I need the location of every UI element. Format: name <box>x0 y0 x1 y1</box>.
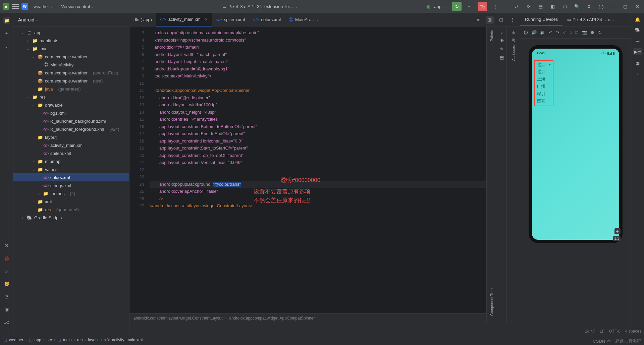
sync-icon[interactable]: ⟳ <box>525 2 533 10</box>
build-icon[interactable]: ▤ <box>537 2 545 10</box>
run-config-selector[interactable]: ▣ app⌄ <box>424 3 448 10</box>
device-manager-icon[interactable]: ▭ <box>636 38 640 43</box>
tree-node-values[interactable]: ⌄📁values <box>13 165 129 173</box>
zoom-level[interactable]: 1:1 <box>613 236 621 241</box>
project-tool-icon[interactable]: 📁 <box>3 17 10 24</box>
tab-gradle[interactable]: dle (:app) <box>129 13 156 26</box>
tree-node-gradle[interactable]: ›🐘Gradle Scripts <box>13 214 129 222</box>
overview-icon[interactable]: □ <box>576 30 578 35</box>
avd-icon[interactable]: ◧ <box>549 2 557 10</box>
debug-button[interactable]: ⌁ <box>466 2 474 10</box>
running-devices-icon[interactable]: ▶▭ <box>633 48 642 55</box>
tree-file-launcher-fg[interactable]: </>ic_launcher_foreground.xml (v24) <box>13 125 129 133</box>
spinner-item[interactable]: 深圳 <box>535 90 552 98</box>
play-tool-icon[interactable]: ▷ <box>3 268 10 274</box>
spinner-item[interactable]: 西安 <box>535 98 552 105</box>
code-icon[interactable]: ⇄ <box>513 2 521 10</box>
volume-down-icon[interactable]: 🔉 <box>540 30 545 35</box>
tab-mainactivity[interactable]: ⒸMainAc…⌄ <box>285 13 323 26</box>
palette-label[interactable]: Palette <box>490 30 494 41</box>
volume-up-icon[interactable]: 🔊 <box>531 30 537 35</box>
tree-node-drawable[interactable]: ⌄📁drawable <box>13 101 129 109</box>
spinner-item[interactable]: 广州 <box>535 83 552 90</box>
rotate-right-icon[interactable]: ↷ <box>556 30 559 35</box>
zoom-in-button[interactable]: + <box>614 228 621 234</box>
nav-item[interactable]: app <box>35 338 41 342</box>
spinner-item[interactable]: 北京 <box>535 68 552 75</box>
tree-node-mainactivity[interactable]: ⒸMainActivity <box>13 61 129 69</box>
tab-activity-main[interactable]: </>activity_main.xml× <box>156 13 212 26</box>
terminal-icon[interactable]: ▣ <box>3 306 10 312</box>
tree-node-themes[interactable]: ›📁themes (2) <box>13 189 129 197</box>
tree-file-launcher-bg[interactable]: </>ic_launcher_background.xml <box>13 117 129 125</box>
home-icon[interactable]: ○ <box>570 30 572 35</box>
git-icon[interactable]: ⎇ <box>3 319 10 325</box>
minimize-icon[interactable]: — <box>609 2 617 10</box>
eye-icon[interactable]: 👁 <box>500 38 504 43</box>
tree-file-spitem[interactable]: </>spitem.xml <box>13 149 129 157</box>
spinner-item[interactable]: 上海 <box>535 75 552 83</box>
component-tree-label[interactable]: Component Tree <box>490 288 494 316</box>
main-menu-icon[interactable] <box>12 4 19 9</box>
nav-item[interactable]: main <box>63 338 72 342</box>
tree-node-java[interactable]: ⌄📁java <box>13 45 129 53</box>
layers-icon[interactable]: ▤ <box>500 55 504 60</box>
notifications-icon[interactable]: 🔔 <box>635 17 640 22</box>
editor-more-icon[interactable]: ⋮ <box>508 16 517 24</box>
tree-node-mipmap[interactable]: ›📁mipmap <box>13 157 129 165</box>
tab-colors[interactable]: </>colors.xml <box>249 13 285 26</box>
run-button[interactable]: ↻ <box>452 2 462 11</box>
tree-node-res[interactable]: ⌄📁res <box>13 93 129 101</box>
account-icon[interactable]: ◯ <box>597 2 605 10</box>
tree-file-bg1[interactable]: </>bg1.xml <box>13 109 129 117</box>
layout-inspector-icon[interactable]: ▦ <box>636 61 640 66</box>
settings-icon[interactable]: ⚙ <box>585 2 593 10</box>
tree-node-package-androidtest[interactable]: ›📦com.example.weather (androidTest) <box>13 69 129 77</box>
more-icon[interactable]: ⋮ <box>491 2 499 10</box>
tree-file-strings[interactable]: </>strings.xml <box>13 181 129 189</box>
vcs-selector[interactable]: Version control⌄ <box>58 3 97 10</box>
expand-icon[interactable]: › <box>501 30 502 35</box>
more-tool-icon[interactable]: … <box>3 43 10 49</box>
project-panel-header[interactable]: Android ⌄ <box>13 13 129 26</box>
bug-icon[interactable]: 🐞 <box>3 255 10 262</box>
rotate-left-icon[interactable]: ↶ <box>549 30 552 35</box>
nav-item[interactable]: src <box>47 338 52 342</box>
gradle-tool-icon[interactable]: 🐘 <box>635 27 640 33</box>
emulator-screen[interactable]: 05:45 3G ▮◢ ▮ 北京▾ 北京 上海 广州 深圳 西安 <box>532 49 619 240</box>
warning-icon[interactable]: ⚠ <box>512 30 516 35</box>
search-icon[interactable]: 🔍 <box>573 2 581 10</box>
back-icon[interactable]: ◁ <box>563 30 566 35</box>
logcat-icon[interactable]: 🐱 <box>3 280 10 287</box>
view-mode-split-icon[interactable]: ▥ <box>486 16 494 24</box>
power-icon[interactable]: ⏻ <box>524 30 528 35</box>
tree-file-colors[interactable]: </>colors.xml <box>13 173 129 181</box>
file-encoding[interactable]: UTF-8 <box>609 329 621 334</box>
tree-node-layout[interactable]: ⌄📁layout <box>13 133 129 141</box>
tree-file-activity-main[interactable]: </>activity_main.xml <box>13 141 129 149</box>
running-devices-tab[interactable]: Running Devices <box>520 13 562 26</box>
tree-node-manifests[interactable]: ›📁manifests <box>13 37 129 45</box>
tree-node-java-generated[interactable]: 📁java (generated) <box>13 85 129 93</box>
screenshot-icon[interactable]: 📷 <box>582 30 587 35</box>
breadcrumb-item[interactable]: androidx.constraintlayout.widget.Constra… <box>133 316 223 321</box>
tree-node-xml[interactable]: ›📁xml <box>13 197 129 206</box>
wand-icon[interactable]: ✎ <box>500 47 504 52</box>
line-separator[interactable]: LF <box>600 329 604 334</box>
more-right-icon[interactable]: … <box>635 71 640 76</box>
code-editor[interactable]: ✓ xmlns:app="http://schemas.android.com/… <box>150 26 520 313</box>
record-icon[interactable]: ⏺ <box>590 30 595 35</box>
view-mode-design-icon[interactable]: ▢ <box>497 16 505 24</box>
tree-node-app[interactable]: ⌄▢app <box>13 28 129 37</box>
view-mode-code-icon[interactable]: ≡ <box>474 16 482 24</box>
sdk-icon[interactable]: ⬡ <box>561 2 569 10</box>
stop-button[interactable]: ▢2 <box>478 2 487 11</box>
device-instance-tab[interactable]: ▭ Pixel 3a API 34 …x… <box>562 13 619 26</box>
tool1-icon[interactable]: ⚒ <box>3 242 10 249</box>
nav-item[interactable]: weather <box>9 338 23 342</box>
project-selector[interactable]: weather⌄ <box>31 3 56 10</box>
spinner-dropdown[interactable]: 北京 上海 广州 深圳 西安 <box>535 68 552 105</box>
tree-node-package[interactable]: ⌄📦com.example.weather <box>13 53 129 61</box>
device-selector[interactable]: ▭ Pixel_3a_API_34_extension_le… ⌄ <box>222 4 298 9</box>
maximize-icon[interactable]: ▢ <box>621 2 629 10</box>
